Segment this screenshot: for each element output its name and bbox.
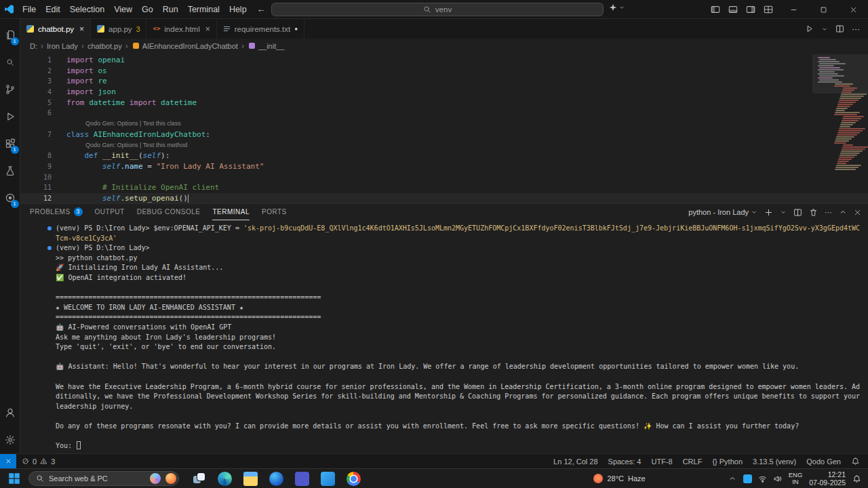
maximize-panel-icon[interactable] <box>839 208 847 216</box>
start-button[interactable] <box>3 472 26 485</box>
panel-tab-terminal[interactable]: TERMINAL <box>212 204 250 220</box>
tab-requirements-txt[interactable]: requirements.txt● <box>217 19 304 39</box>
taskbar-edge[interactable] <box>212 469 237 488</box>
new-terminal-icon[interactable] <box>764 208 773 217</box>
run-dropdown-chevron-icon[interactable] <box>821 26 828 33</box>
notifications-bell-icon[interactable] <box>852 474 861 483</box>
code-line-3[interactable]: 3import re <box>20 76 868 87</box>
split-editor-icon[interactable] <box>835 24 844 33</box>
taskbar-task-view[interactable] <box>186 469 212 488</box>
breadcrumb-item[interactable]: AIEnhancedIronLadyChatbot <box>142 42 238 50</box>
menu-terminal[interactable]: Terminal <box>183 5 224 14</box>
activity-settings[interactable] <box>0 426 20 453</box>
code-line-5[interactable]: 5from datetime import datetime <box>20 98 868 108</box>
breadcrumb-item[interactable]: D: <box>30 42 37 50</box>
menu-go[interactable]: Go <box>137 5 158 14</box>
close-button[interactable] <box>838 0 868 19</box>
toggle-panel-icon[interactable] <box>728 5 738 14</box>
tab-app-py[interactable]: app.py3 <box>91 19 146 39</box>
close-panel-icon[interactable] <box>854 209 861 216</box>
wifi-icon[interactable] <box>758 474 767 483</box>
terminal-profile-selector[interactable]: python - Iron Lady <box>688 208 757 216</box>
menu-selection[interactable]: Selection <box>65 5 109 14</box>
remote-indicator[interactable] <box>0 454 16 468</box>
command-decoration-icon[interactable] <box>47 246 52 250</box>
panel-tab-debug-console[interactable]: DEBUG CONSOLE <box>137 204 201 220</box>
code-line-1[interactable]: 1import openai <box>20 55 868 66</box>
code-line-12[interactable]: 12 self.setup_openai() <box>20 193 868 203</box>
volume-icon[interactable] <box>773 474 782 483</box>
activity-accounts[interactable] <box>0 399 20 426</box>
status-3-13-5-venv[interactable]: 3.13.5 (venv) <box>753 458 796 466</box>
status-qodo-gen[interactable]: Qodo Gen <box>806 458 841 466</box>
tab-chatbot-py[interactable]: chatbot.py× <box>20 19 91 39</box>
code-line-11[interactable]: 11 # Initialize OpenAI client <box>20 182 868 193</box>
panel-tab-problems[interactable]: PROBLEMS3 <box>30 204 83 220</box>
activity-run-and-debug[interactable] <box>0 103 20 130</box>
tray-vscode-icon[interactable] <box>743 474 752 483</box>
code-line-6[interactable]: 6 <box>20 108 868 119</box>
menu-edit[interactable]: Edit <box>41 5 65 14</box>
code-line-7[interactable]: 7class AIEnhancedIronLadyChatbot: <box>20 129 868 140</box>
command-decoration-icon[interactable] <box>47 226 52 230</box>
notifications-icon[interactable] <box>851 457 860 466</box>
taskbar-vscode[interactable] <box>315 469 340 488</box>
terminal-dropdown-icon[interactable] <box>780 209 787 216</box>
activity-testing[interactable] <box>0 157 20 184</box>
activity-source-control[interactable] <box>0 76 20 103</box>
codelens[interactable]: Qodo Gen: Options | Test this method <box>85 140 187 151</box>
breadcrumb-item[interactable]: chatbot.py <box>87 42 122 50</box>
problems-status[interactable]: 0 3 <box>16 458 60 466</box>
toggle-secondary-sidebar-icon[interactable] <box>746 5 755 14</box>
status-spaces-4[interactable]: Spaces: 4 <box>608 458 642 466</box>
run-python-file-icon[interactable] <box>805 24 814 33</box>
taskbar-teams[interactable] <box>289 469 315 488</box>
taskbar-clock[interactable]: 12:21 07-09-2025 <box>809 470 846 487</box>
code-line-9[interactable]: 9 self.name = "Iron Lady AI Assistant" <box>20 161 868 172</box>
status-ln-12-col-28[interactable]: Ln 12, Col 28 <box>553 458 597 466</box>
maximize-button[interactable] <box>808 0 838 19</box>
panel-tab-output[interactable]: OUTPUT <box>95 204 125 220</box>
activity-explorer[interactable]: 1 <box>0 22 20 49</box>
split-terminal-icon[interactable] <box>793 208 802 217</box>
minimap[interactable] <box>815 54 863 203</box>
weather-widget[interactable]: 28°C Haze <box>593 474 645 483</box>
code-line-4[interactable]: 4import json <box>20 87 868 98</box>
status-python[interactable]: {} Python <box>712 458 743 466</box>
breadcrumb-item[interactable]: Iron Lady <box>47 42 78 50</box>
status-utf-8[interactable]: UTF-8 <box>651 458 672 466</box>
code-line-2[interactable]: 2import os <box>20 66 868 77</box>
activity-qodo-gen[interactable]: 1 <box>0 184 20 211</box>
code-editor[interactable]: 1import openai2import os3import re4impor… <box>20 53 868 203</box>
copilot-menu[interactable] <box>609 3 625 12</box>
kill-terminal-icon[interactable] <box>809 208 818 217</box>
code-line-8[interactable]: 8 def __init__(self): <box>20 150 868 161</box>
tab-index-html[interactable]: <>index.html× <box>146 19 216 39</box>
taskbar-chrome[interactable] <box>340 469 366 488</box>
panel-tab-ports[interactable]: PORTS <box>262 204 287 220</box>
minimize-button[interactable] <box>778 0 808 19</box>
menu-file[interactable]: File <box>18 5 41 14</box>
breadcrumb-item[interactable]: __init__ <box>258 42 285 50</box>
menu-view[interactable]: View <box>109 5 137 14</box>
taskbar-search[interactable]: Search web & PC <box>28 471 179 486</box>
terminal[interactable]: (venv) PS D:\Iron Lady> $env:OPENAI_API_… <box>20 220 868 453</box>
more-actions-icon[interactable]: ··· <box>852 24 860 34</box>
code-line-10[interactable]: 10 <box>20 172 868 183</box>
back-icon[interactable]: ← <box>252 4 271 14</box>
close-tab-icon[interactable]: × <box>79 24 84 34</box>
activity-search[interactable] <box>0 49 20 76</box>
panel-more-actions-icon[interactable]: ··· <box>825 208 832 216</box>
activity-extensions[interactable]: 1 <box>0 130 20 157</box>
taskbar-copilot[interactable] <box>263 469 289 488</box>
menu-run[interactable]: Run <box>158 5 183 14</box>
menu-help[interactable]: Help <box>224 5 252 14</box>
toggle-sidebar-icon[interactable] <box>711 5 720 14</box>
taskbar-file-explorer[interactable] <box>237 469 263 488</box>
language-indicator[interactable]: ENG IN <box>789 472 803 486</box>
close-tab-icon[interactable]: × <box>205 24 210 34</box>
tray-chevron-up-icon[interactable] <box>728 474 736 483</box>
customize-layout-icon[interactable] <box>764 5 773 14</box>
command-center-search[interactable]: venv <box>271 3 604 16</box>
status-crlf[interactable]: CRLF <box>683 458 703 466</box>
